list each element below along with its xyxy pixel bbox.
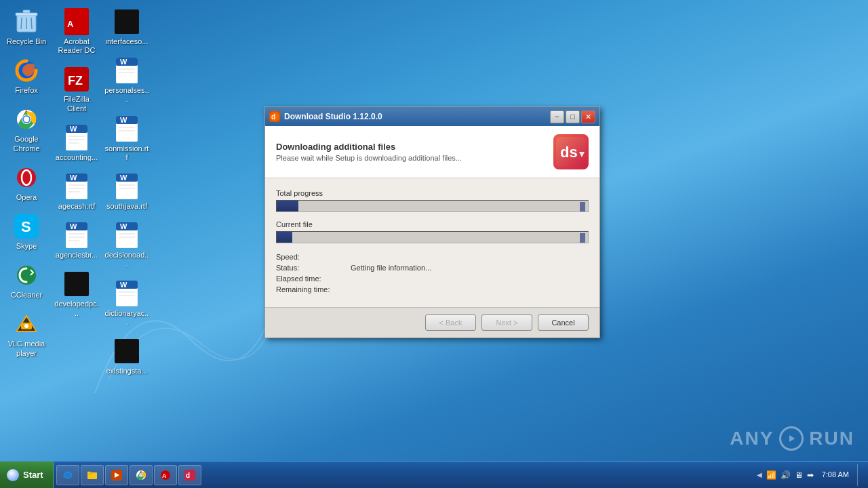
acrobat-icon[interactable]: A Acrobat Reader DC — [53, 5, 100, 58]
developedpc-icon[interactable]: developedpc... — [53, 268, 100, 320]
total-progress-bar — [276, 200, 589, 212]
svg-text:W: W — [120, 174, 127, 182]
chrome-taskbar-icon — [136, 470, 146, 481]
existingsta-icon[interactable]: existingsta... — [103, 335, 151, 378]
recycle-bin-icon[interactable]: Recycle Bin — [3, 5, 50, 49]
svg-text:W: W — [70, 222, 77, 230]
decisionoad-icon[interactable]: W decisionoad... — [103, 219, 151, 271]
info-section: Speed: Status: Getting file information.… — [276, 253, 589, 293]
filezilla-label: FileZilla Client — [54, 95, 99, 113]
svg-marker-75 — [789, 435, 795, 442]
svg-point-22 — [24, 324, 28, 328]
total-progress-indicator — [580, 202, 585, 211]
ccleaner-icon[interactable]: CCleaner — [3, 259, 50, 302]
current-file-section: Current file — [276, 220, 589, 243]
sonmission-label: sonmission.rtf — [104, 144, 149, 162]
svg-rect-4 — [16, 13, 37, 16]
dialog-titlebar: d Download Studio 1.12.0.0 − □ ✕ — [265, 107, 599, 126]
accounting-icon[interactable]: W accounting... — [53, 121, 100, 165]
tray-arrow[interactable]: ◀ — [757, 471, 762, 479]
close-button[interactable]: ✕ — [581, 110, 595, 123]
status-label: Status: — [276, 264, 351, 272]
interfaceso-label: interfaceso... — [106, 37, 149, 46]
opera-icon[interactable]: Opera — [3, 161, 50, 205]
taskbar-ie[interactable] — [56, 465, 79, 485]
svg-text:d: d — [271, 113, 275, 121]
dialog-body: Total progress Current file Speed: Statu… — [265, 178, 599, 307]
personalses-label: personalses... — [104, 86, 149, 104]
taskbar-avg[interactable]: A — [154, 465, 177, 485]
total-progress-label: Total progress — [276, 189, 589, 197]
cancel-button[interactable]: Cancel — [538, 314, 589, 331]
dialog-header-text: Downloading additional files Please wait… — [276, 142, 462, 162]
firefox-icon[interactable]: Firefox — [3, 54, 50, 98]
tray-icons: ◀ 📶 🔊 🖥 ➡ — [757, 470, 814, 480]
taskbar-chrome[interactable] — [130, 465, 153, 485]
maximize-button[interactable]: □ — [566, 110, 580, 123]
network-icon: 📶 — [766, 470, 776, 480]
dialog-header-subtitle: Please wait while Setup is downloading a… — [276, 154, 462, 162]
status-value: Getting file information... — [351, 264, 431, 272]
dialog-title-icon: d — [269, 111, 280, 122]
monitor-icon: 🖥 — [795, 470, 803, 480]
taskbar-ds[interactable]: d — [178, 465, 201, 485]
clock[interactable]: 7:08 AM — [816, 470, 854, 479]
speed-row: Speed: — [276, 253, 589, 261]
taskbar-media[interactable] — [105, 465, 128, 485]
desktop-col-2: A Acrobat Reader DC FZ FileZilla Client — [53, 5, 100, 321]
agenciesbr-icon[interactable]: W agenciesbr... — [53, 219, 100, 262]
svg-text:d: d — [186, 472, 190, 479]
status-row: Status: Getting file information... — [276, 264, 589, 272]
current-file-fill — [277, 232, 292, 243]
agecash-icon[interactable]: W agecash.rtf — [53, 170, 100, 214]
chrome-icon[interactable]: Google Chrome — [3, 103, 50, 155]
svg-point-87 — [140, 474, 142, 476]
remaining-label: Remaining time: — [276, 285, 351, 293]
southjava-icon[interactable]: W southjava.rtf — [103, 170, 151, 214]
vlc-icon[interactable]: VLC media player — [3, 308, 50, 360]
ie-icon — [62, 470, 73, 481]
existingsta-label: existingsta... — [106, 367, 147, 375]
dialog-footer: < Back Next > Cancel — [265, 307, 599, 338]
anyrun-text-any: ANY — [730, 428, 774, 449]
chrome-label: Google Chrome — [4, 135, 49, 152]
dialog-title-text: Download Studio 1.12.0.0 — [284, 112, 546, 121]
svg-point-13 — [24, 117, 29, 122]
download-studio-dialog: d Download Studio 1.12.0.0 − □ ✕ Downloa… — [264, 106, 600, 338]
back-button[interactable]: < Back — [425, 314, 476, 331]
dialog-header-title: Downloading additional files — [276, 142, 462, 152]
start-label: Start — [23, 470, 43, 480]
dictionaryac-label: dictionaryac... — [104, 309, 149, 327]
svg-text:A: A — [67, 19, 74, 29]
svg-text:W: W — [120, 281, 127, 289]
dictionaryac-icon[interactable]: W dictionaryac... — [103, 277, 151, 329]
svg-rect-5 — [23, 10, 30, 13]
anyrun-watermark: ANY RUN — [730, 426, 854, 451]
ds-taskbar-icon: d — [184, 470, 195, 481]
minimize-button[interactable]: − — [550, 110, 564, 123]
explorer-icon — [87, 470, 98, 481]
start-button[interactable]: Start — [0, 462, 54, 489]
svg-line-6 — [21, 18, 22, 29]
interfaceso-icon[interactable]: interfaceso... — [103, 5, 151, 49]
total-progress-section: Total progress — [276, 189, 589, 212]
elapsed-row: Elapsed time: — [276, 274, 589, 283]
dialog-header: Downloading additional files Please wait… — [265, 126, 599, 178]
ds-logo: ds — [553, 134, 589, 169]
ccleaner-label: CCleaner — [11, 291, 42, 300]
show-desktop-button[interactable] — [857, 464, 863, 486]
sonmission-icon[interactable]: W sonmission.rtf — [103, 113, 151, 165]
skype-icon[interactable]: S Skype — [3, 210, 50, 253]
opera-label: Opera — [16, 193, 37, 202]
svg-text:A: A — [162, 472, 167, 479]
total-progress-fill — [277, 201, 298, 211]
elapsed-label: Elapsed time: — [276, 274, 351, 283]
filezilla-icon[interactable]: FZ FileZilla Client — [53, 63, 100, 115]
taskbar: Start — [0, 461, 868, 488]
personalses-icon[interactable]: W personalses... — [103, 54, 151, 106]
agenciesbr-label: agenciesbr... — [56, 251, 98, 260]
accounting-label: accounting... — [56, 153, 98, 162]
taskbar-explorer[interactable] — [81, 465, 104, 485]
svg-text:S: S — [21, 218, 31, 235]
next-button[interactable]: Next > — [481, 314, 532, 331]
